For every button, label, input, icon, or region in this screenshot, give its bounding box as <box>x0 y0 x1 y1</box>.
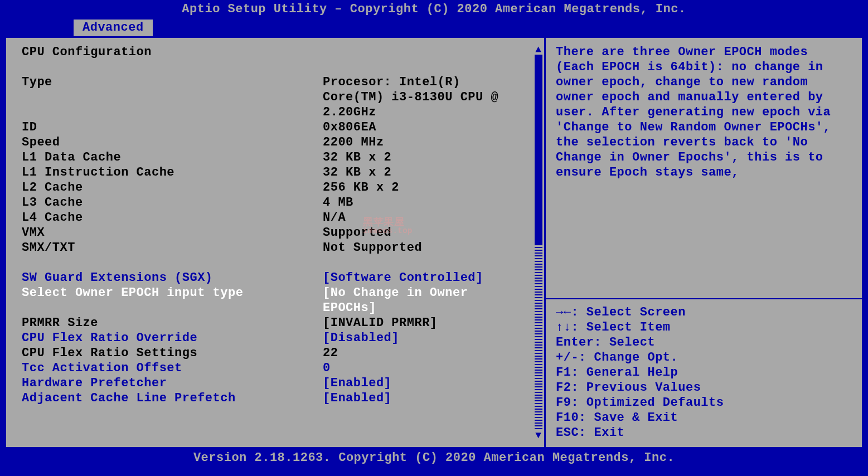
help-divider <box>546 298 862 299</box>
info-value: 2200 MHz <box>323 135 539 150</box>
help-key-line: F9: Optimized Defaults <box>556 395 852 410</box>
main-panel: CPU Configuration TypeProcesor: Intel(R)… <box>4 36 546 449</box>
info-value: 2.20GHz <box>323 105 539 120</box>
info-value: 32 KB x 2 <box>323 165 539 180</box>
option-value: 22 <box>323 346 539 361</box>
info-value: Not Supported <box>323 240 539 255</box>
bios-header: Aptio Setup Utility – Copyright (C) 2020… <box>0 0 868 20</box>
option-label: Hardware Prefetcher <box>22 376 323 391</box>
info-label: SMX/TXT <box>22 240 323 255</box>
info-label: L3 Cache <box>22 195 323 210</box>
info-value: N/A <box>323 210 539 225</box>
info-row: L1 Data Cache32 KB x 2 <box>22 150 539 165</box>
info-value: 32 KB x 2 <box>323 150 539 165</box>
spacer-row <box>22 255 539 270</box>
option-label: Adjacent Cache Line Prefetch <box>22 391 323 406</box>
option-row[interactable]: Hardware Prefetcher[Enabled] <box>22 376 539 391</box>
option-label <box>22 300 323 315</box>
info-row: Speed2200 MHz <box>22 135 539 150</box>
scroll-thumb[interactable] <box>535 55 542 244</box>
help-keys: →←: Select Screen↑↓: Select ItemEnter: S… <box>556 305 852 440</box>
info-row: VMXSupported <box>22 225 539 240</box>
scrollbar[interactable]: ▲ ▼ <box>535 45 542 440</box>
footer-text: Version 2.18.1263. Copyright (C) 2020 Am… <box>193 451 675 465</box>
info-label: ID <box>22 120 323 135</box>
info-label: L4 Cache <box>22 210 323 225</box>
info-row: TypeProcesor: Intel(R) <box>22 75 539 90</box>
tab-bar: Advanced <box>0 20 868 36</box>
info-label: L2 Cache <box>22 180 323 195</box>
info-row: 2.20GHz <box>22 105 539 120</box>
help-key-line: →←: Select Screen <box>556 305 852 320</box>
option-row: CPU Flex Ratio Settings22 <box>22 346 539 361</box>
scroll-down-icon[interactable]: ▼ <box>535 430 542 440</box>
section-title: CPU Configuration <box>22 45 152 60</box>
help-key-line: ↑↓: Select Item <box>556 320 852 335</box>
option-value: [Software Controlled] <box>323 270 539 285</box>
info-row: L2 Cache256 KB x 2 <box>22 180 539 195</box>
option-value: EPOCHs] <box>323 300 539 315</box>
info-label <box>22 105 323 120</box>
option-label: Tcc Activation Offset <box>22 361 323 376</box>
info-row: SMX/TXTNot Supported <box>22 240 539 255</box>
side-panel: There are three Owner EPOCH modes (Each … <box>546 36 864 449</box>
option-value: 0 <box>323 361 539 376</box>
scroll-up-icon[interactable]: ▲ <box>535 45 542 55</box>
info-value: 0x806EA <box>323 120 539 135</box>
option-row[interactable]: EPOCHs] <box>22 300 539 315</box>
option-row[interactable]: Adjacent Cache Line Prefetch[Enabled] <box>22 391 539 406</box>
info-label: L1 Instruction Cache <box>22 165 323 180</box>
info-value: Procesor: Intel(R) <box>323 75 539 90</box>
bios-footer: Version 2.18.1263. Copyright (C) 2020 Am… <box>0 449 868 467</box>
help-key-line: F1: General Help <box>556 365 852 380</box>
help-key-line: +/-: Change Opt. <box>556 350 852 365</box>
spacer-row <box>22 60 539 75</box>
content-area: CPU Configuration TypeProcesor: Intel(R)… <box>4 36 864 449</box>
tab-advanced[interactable]: Advanced <box>74 20 153 37</box>
option-row[interactable]: SW Guard Extensions (SGX)[Software Contr… <box>22 270 539 285</box>
option-label: Select Owner EPOCH input type <box>22 285 323 300</box>
info-label <box>22 90 323 105</box>
help-key-line: F10: Save & Exit <box>556 410 852 425</box>
info-value: Core(TM) i3-8130U CPU @ <box>323 90 539 105</box>
option-label: CPU Flex Ratio Settings <box>22 346 323 361</box>
help-key-line: ESC: Exit <box>556 425 852 440</box>
info-value: 4 MB <box>323 195 539 210</box>
option-value: [INVALID PRMRR] <box>323 315 539 331</box>
info-row: Core(TM) i3-8130U CPU @ <box>22 90 539 105</box>
option-row[interactable]: Tcc Activation Offset0 <box>22 361 539 376</box>
help-key-line: F2: Previous Values <box>556 380 852 395</box>
option-value: [Enabled] <box>323 376 539 391</box>
info-row: ID0x806EA <box>22 120 539 135</box>
info-label: Speed <box>22 135 323 150</box>
option-value: [Disabled] <box>323 331 539 346</box>
option-row: PRMRR Size[INVALID PRMRR] <box>22 315 539 331</box>
option-value: [No Change in Owner <box>323 285 539 300</box>
option-row[interactable]: CPU Flex Ratio Override[Disabled] <box>22 331 539 346</box>
option-label: CPU Flex Ratio Override <box>22 331 323 346</box>
option-value: [Enabled] <box>323 391 539 406</box>
info-label: Type <box>22 75 323 90</box>
help-key-line: Enter: Select <box>556 335 852 350</box>
option-row[interactable]: Select Owner EPOCH input type[No Change … <box>22 285 539 300</box>
section-title-row: CPU Configuration <box>22 45 539 60</box>
scroll-track-dash <box>535 244 542 430</box>
info-label: L1 Data Cache <box>22 150 323 165</box>
info-value: 256 KB x 2 <box>323 180 539 195</box>
info-value: Supported <box>323 225 539 240</box>
info-row: L4 CacheN/A <box>22 210 539 225</box>
option-label: SW Guard Extensions (SGX) <box>22 270 323 285</box>
info-label: VMX <box>22 225 323 240</box>
header-title: Aptio Setup Utility – Copyright (C) 2020… <box>182 2 686 16</box>
help-text: There are three Owner EPOCH modes (Each … <box>556 45 852 180</box>
info-row: L1 Instruction Cache32 KB x 2 <box>22 165 539 180</box>
info-row: L3 Cache4 MB <box>22 195 539 210</box>
option-label: PRMRR Size <box>22 315 323 331</box>
